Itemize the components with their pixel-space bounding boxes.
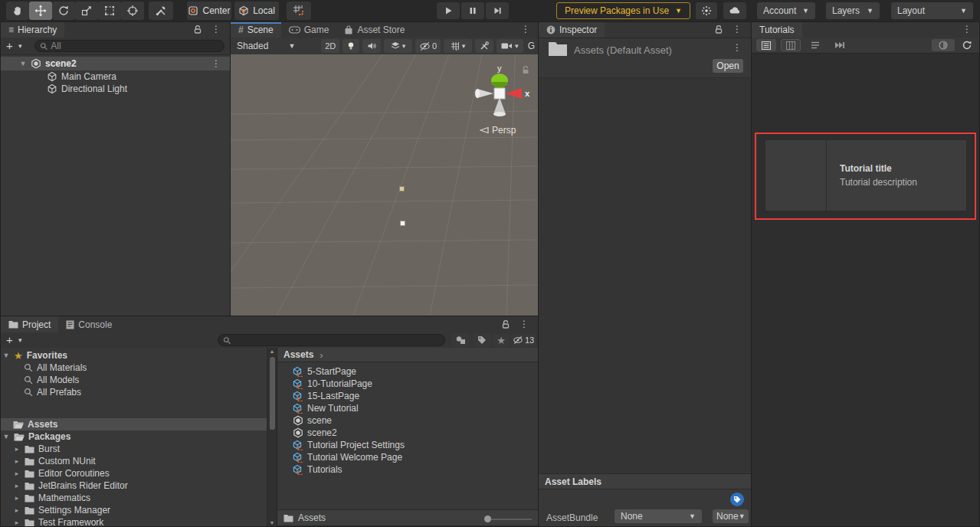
asset-item-10-tutorialpage[interactable]: 10-TutorialPage [277, 378, 538, 390]
gizmos-dropdown-clipped[interactable]: G [528, 41, 535, 51]
layout-dropdown[interactable]: Layout ▼ [891, 2, 973, 19]
tab-hierarchy[interactable]: ≡ Hierarchy [1, 22, 64, 38]
asset-item-scene[interactable]: scene [277, 414, 538, 427]
slider-handle[interactable] [484, 516, 491, 522]
play-button[interactable] [437, 2, 460, 19]
collapse-caret-icon[interactable]: ▸ [13, 482, 21, 489]
skip-forward-button[interactable] [830, 39, 850, 51]
audio-toggle-button[interactable] [362, 39, 381, 53]
asset-header-kebab[interactable]: ⋮ [729, 43, 745, 52]
project-search-input[interactable] [234, 335, 440, 345]
asset-item-scene2[interactable]: scene2 [277, 427, 538, 439]
tree-item-editor-coroutines[interactable]: ▸ Editor Coroutines [1, 467, 267, 480]
hierarchy-item-directional-light[interactable]: Directional Light [1, 83, 230, 95]
scene-row-kebab[interactable]: ⋮ [208, 59, 224, 68]
step-button[interactable] [486, 2, 509, 19]
search-by-label-button[interactable] [473, 333, 491, 347]
column-view-button[interactable] [781, 39, 801, 51]
tree-item-custom-nunit[interactable]: ▸ Custom NUnit [1, 455, 267, 467]
grid-visibility-dropdown[interactable]: y ▾ [444, 39, 472, 53]
transform-tool-button[interactable] [121, 2, 144, 20]
create-dropdown-caret[interactable]: ▾ [18, 43, 22, 50]
tree-item-favorites[interactable]: ▼ ★ Favorites [1, 349, 267, 362]
favorites-filter-button[interactable]: ★ [493, 333, 510, 347]
asset-item-15-lastpage[interactable]: 15-LastPage [277, 390, 538, 402]
grid-snap-button[interactable] [287, 2, 311, 20]
create-plus-button[interactable]: + [6, 39, 13, 52]
hierarchy-menu-kebab[interactable]: ⋮ [208, 25, 224, 34]
preview-packages-dropdown[interactable]: Preview Packages in Use ▼ [556, 2, 690, 19]
tree-item-burst[interactable]: ▸ Burst [1, 443, 267, 455]
asset-item-5-startpage[interactable]: 5-StartPage [277, 365, 538, 378]
2d-toggle-button[interactable]: 2D [321, 39, 339, 53]
project-visibility-button[interactable]: 13 [511, 333, 536, 347]
asset-item-tutorials[interactable]: Tutorials [277, 463, 538, 476]
tab-asset-store[interactable]: Asset Store [336, 22, 412, 38]
rotate-tool-button[interactable] [52, 2, 75, 20]
asset-labels-header[interactable]: Asset Labels [539, 473, 751, 489]
tab-console[interactable]: Console [58, 316, 120, 332]
tree-item-all-models[interactable]: All Models [1, 374, 267, 386]
hierarchy-search-field[interactable] [34, 40, 225, 52]
project-search-field[interactable] [218, 334, 445, 346]
compact-list-button[interactable] [805, 39, 825, 51]
tree-scrollbar[interactable]: ▲ ▼ [267, 348, 277, 526]
hand-tool-button[interactable] [6, 2, 29, 20]
inspector-lock-icon[interactable] [714, 25, 723, 34]
open-button[interactable]: Open [713, 59, 743, 73]
list-view-button[interactable] [756, 39, 776, 51]
breadcrumb-folder[interactable]: Assets [284, 349, 313, 360]
pivot-center-button[interactable]: Center [187, 2, 231, 20]
tree-item-assets[interactable]: Assets [1, 418, 267, 430]
assetbundle-dropdown[interactable]: None ▼ [615, 509, 702, 523]
rect-tool-button[interactable] [98, 2, 121, 20]
scene-viewport[interactable]: y x Persp [231, 54, 538, 316]
tab-scene[interactable]: # Scene [231, 22, 281, 38]
asset-item-tutorial-project-settings[interactable]: Tutorial Project Settings [277, 439, 538, 451]
camera-gizmo-dot[interactable] [400, 221, 405, 226]
scrollbar-thumb[interactable] [270, 357, 275, 430]
collapse-caret-icon[interactable]: ▸ [13, 494, 21, 502]
inspector-menu-kebab[interactable]: ⋮ [729, 25, 745, 34]
scrollbar-up-arrow[interactable]: ▲ [267, 348, 277, 355]
projection-mode-toggle[interactable]: Persp [480, 125, 516, 136]
tutorials-menu-kebab[interactable]: ⋮ [959, 25, 975, 34]
scrollbar-down-arrow[interactable]: ▼ [267, 520, 277, 525]
scene-tools-button[interactable] [475, 39, 493, 53]
scene-camera-dropdown[interactable]: ▾ [497, 39, 523, 53]
scene-menu-kebab[interactable]: ⋮ [518, 25, 533, 34]
hierarchy-item-main-camera[interactable]: Main Camera [1, 70, 230, 83]
collapse-caret-icon[interactable]: ▸ [13, 506, 21, 514]
pause-button[interactable] [461, 2, 484, 19]
refresh-button[interactable] [959, 39, 975, 51]
collapse-caret-icon[interactable]: ▸ [13, 470, 21, 477]
search-by-type-button[interactable] [451, 333, 470, 347]
orientation-local-button[interactable]: Local [234, 2, 279, 20]
hierarchy-lock-icon[interactable] [193, 25, 202, 34]
collapse-caret-icon[interactable]: ▸ [13, 519, 21, 526]
tutorial-card[interactable]: Tutorial title Tutorial description [765, 139, 967, 211]
account-dropdown[interactable]: Account ▼ [757, 2, 815, 19]
thumbnail-size-slider[interactable] [484, 516, 532, 522]
tree-item-packages[interactable]: ▼ Packages [1, 430, 267, 443]
assetbundle-variant-dropdown[interactable]: None ▼ [713, 509, 749, 523]
tree-item-all-materials[interactable]: All Materials [1, 362, 267, 374]
asset-item-new-tutorial[interactable]: New Tutorial [277, 402, 538, 414]
scale-tool-button[interactable] [75, 2, 98, 20]
hierarchy-search-input[interactable] [51, 41, 219, 51]
tree-item-test-framework[interactable]: ▸ Test Framework [1, 516, 267, 526]
tab-inspector[interactable]: Inspector [539, 22, 605, 38]
light-gizmo-dot[interactable] [399, 186, 405, 191]
tree-item-jetbrains-rider-editor[interactable]: ▸ JetBrains Rider Editor [1, 480, 267, 492]
custom-tool-button[interactable] [149, 2, 173, 20]
tab-game[interactable]: Game [281, 22, 337, 38]
collapse-caret-icon[interactable]: ▸ [13, 445, 21, 453]
collapse-caret-icon[interactable]: ▸ [13, 457, 21, 465]
progress-activity-button[interactable] [696, 2, 717, 19]
tree-item-settings-manager[interactable]: ▸ Settings Manager [1, 504, 267, 516]
expand-caret-icon[interactable]: ▼ [2, 352, 10, 359]
hierarchy-scene-row[interactable]: ▼ scene2 ⋮ [1, 57, 230, 70]
create-plus-button[interactable]: + [6, 333, 13, 346]
tree-item-all-prefabs[interactable]: All Prefabs [1, 386, 267, 398]
cloud-collab-button[interactable] [723, 2, 746, 19]
